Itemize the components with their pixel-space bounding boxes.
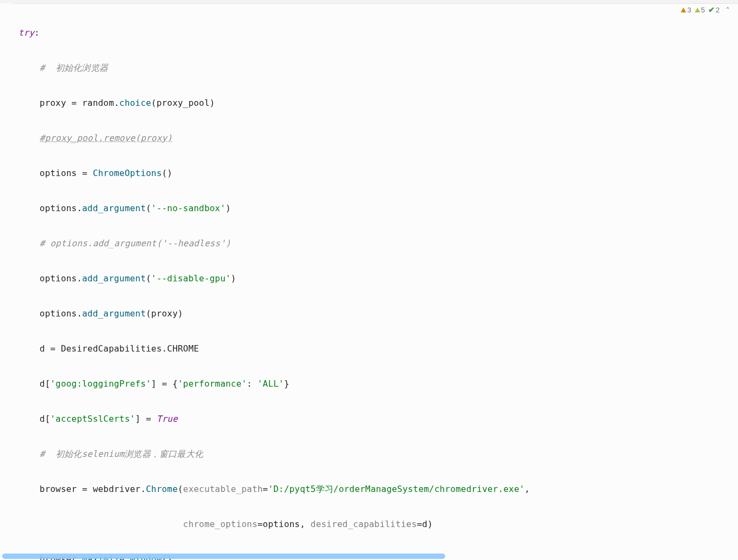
gutter[interactable] <box>0 3 13 560</box>
horizontal-scrollbar[interactable] <box>2 554 445 559</box>
keyword-try: try <box>18 28 35 38</box>
dead-code-comment: #proxy_pool.remove(proxy) <box>39 133 172 143</box>
code-editor[interactable]: try: # 初始化浏览器 proxy = random.choice(prox… <box>0 3 738 560</box>
code-area[interactable]: try: # 初始化浏览器 proxy = random.choice(prox… <box>18 6 738 560</box>
comment: # 初始化浏览器 <box>39 63 108 73</box>
comment: # options.add_argument('--headless') <box>39 238 231 248</box>
comment: # 初始化selenium浏览器，窗口最大化 <box>39 449 203 459</box>
